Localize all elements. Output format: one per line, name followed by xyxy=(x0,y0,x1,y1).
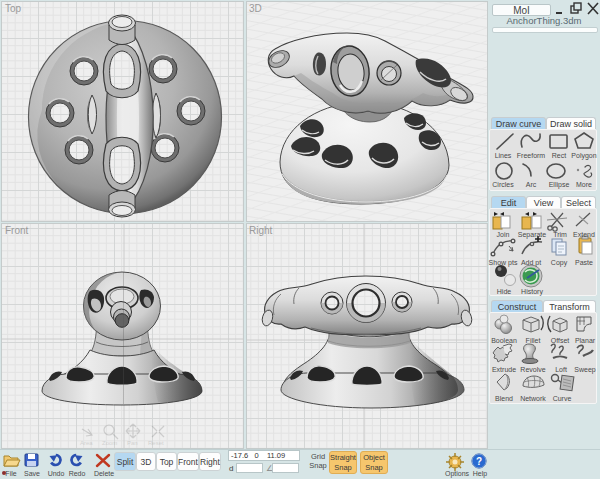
svg-text:Pan: Pan xyxy=(127,440,138,446)
svg-text:Zoom: Zoom xyxy=(102,440,117,446)
svg-text:Area: Area xyxy=(80,440,93,446)
svg-text:?: ? xyxy=(476,456,482,467)
svg-text:Reset: Reset xyxy=(148,440,164,446)
